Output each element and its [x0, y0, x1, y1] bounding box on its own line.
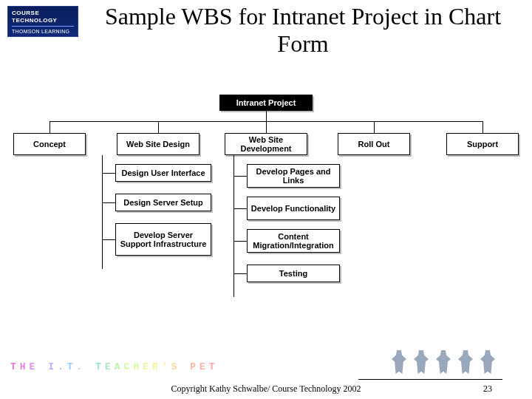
wbs-chart: Intranet Project Concept Web Site Design… [0, 81, 532, 310]
connector [233, 241, 247, 242]
wbs-dev-child-functionality: Develop Functionality [247, 197, 340, 220]
connector [102, 239, 115, 240]
slide-title: Sample WBS for Intranet Project in Chart… [81, 3, 525, 58]
connector [233, 208, 247, 209]
connector [482, 121, 483, 133]
connector [266, 121, 267, 133]
connector [266, 111, 267, 121]
logo-line1: COURSE [12, 10, 39, 16]
connector [102, 202, 115, 203]
wbs-l1-design: Web Site Design [117, 133, 200, 155]
footer-divider [358, 379, 502, 380]
connector [50, 121, 50, 133]
wbs-l1-development: Web Site Development [225, 133, 307, 155]
wbs-l1-support: Support [446, 133, 519, 155]
wbs-root: Intranet Project [219, 95, 313, 111]
footer-brand: THE I.T. TEACHER'S PET [10, 361, 219, 372]
figure-icon [458, 350, 473, 374]
logo-line2: TECHNOLOGY [12, 17, 57, 24]
figure-icon [414, 350, 429, 374]
wbs-design-child-ui: Design User Interface [115, 164, 211, 182]
figure-icon [392, 350, 406, 374]
wbs-design-child-server-setup: Design Server Setup [115, 194, 211, 211]
brand-logo-top: COURSE TECHNOLOGY THOMSON LEARNING [7, 6, 78, 37]
logo-line3: THOMSON LEARNING [12, 29, 74, 35]
copyright-text: Copyright Kathy Schwalbe/ Course Technol… [0, 383, 532, 395]
figure-icon [480, 350, 495, 374]
connector [102, 173, 115, 174]
connector [158, 121, 159, 133]
wbs-l1-rollout: Roll Out [338, 133, 410, 155]
wbs-dev-child-testing: Testing [247, 265, 340, 282]
wbs-l1-concept: Concept [13, 133, 86, 155]
wbs-design-child-support-infra: Develop Server Support Infrastructure [115, 223, 211, 256]
figure-icon [436, 350, 451, 374]
connector [233, 273, 247, 274]
page-number: 23 [483, 383, 492, 395]
connector [233, 176, 247, 177]
footer-figures-art [392, 350, 495, 374]
wbs-dev-child-pages: Develop Pages and Links [247, 164, 340, 188]
connector [374, 121, 375, 133]
wbs-dev-child-content: Content Migration/Integration [247, 229, 340, 253]
